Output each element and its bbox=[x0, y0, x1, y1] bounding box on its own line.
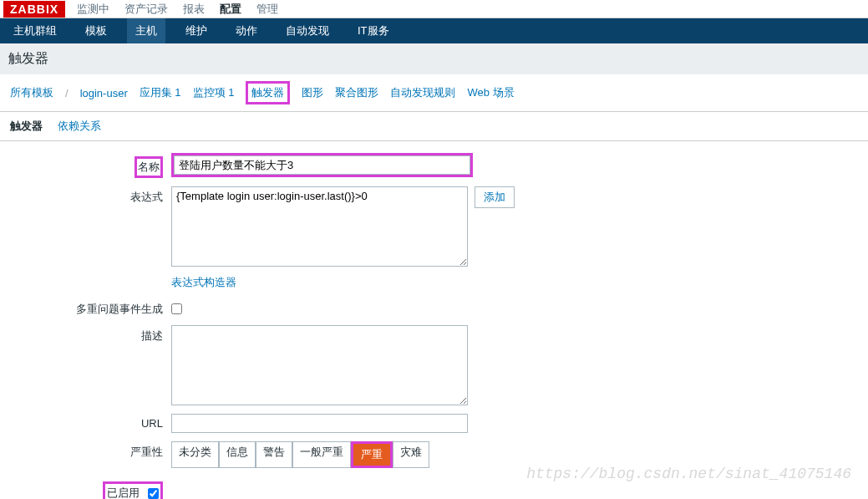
page-title: 触发器 bbox=[0, 43, 868, 74]
label-url: URL bbox=[0, 414, 171, 430]
breadcrumb: 所有模板 / login-user 应用集 1 监控项 1 触发器 图形 聚合图… bbox=[0, 74, 868, 111]
nav-actions[interactable]: 动作 bbox=[227, 18, 266, 43]
label-enabled: 已启用 bbox=[107, 486, 140, 499]
crumb-items[interactable]: 监控项 1 bbox=[193, 85, 235, 100]
label-name: 名称 bbox=[0, 153, 171, 178]
sev-disaster[interactable]: 灾难 bbox=[393, 441, 429, 468]
textarea-expression[interactable]: {Template login user:login-user.last()}>… bbox=[171, 186, 468, 267]
textarea-description[interactable] bbox=[171, 325, 468, 405]
crumb-appsets[interactable]: 应用集 1 bbox=[140, 85, 181, 100]
topmenu-config[interactable]: 配置 bbox=[220, 2, 241, 17]
checkbox-multi-event[interactable] bbox=[171, 303, 182, 314]
zabbix-logo: ZABBIX bbox=[3, 1, 65, 18]
nav-templates[interactable]: 模板 bbox=[77, 18, 115, 43]
checkbox-enabled[interactable] bbox=[148, 488, 159, 499]
sev-average[interactable]: 一般严重 bbox=[292, 441, 351, 468]
crumb-web[interactable]: Web 场景 bbox=[467, 85, 514, 100]
top-bar: ZABBIX 监测中 资产记录 报表 配置 管理 bbox=[0, 0, 868, 18]
sev-warning[interactable]: 警告 bbox=[256, 441, 292, 468]
nav-maintenance[interactable]: 维护 bbox=[177, 18, 216, 43]
topmenu-admin[interactable]: 管理 bbox=[256, 2, 278, 17]
trigger-form: 名称 表达式 {Template login user:login-user.l… bbox=[0, 141, 868, 499]
nav-hosts[interactable]: 主机 bbox=[127, 18, 165, 43]
topmenu-monitoring[interactable]: 监测中 bbox=[77, 2, 109, 17]
sub-tabs: 触发器 依赖关系 bbox=[0, 111, 868, 141]
input-url[interactable] bbox=[171, 414, 468, 433]
crumb-triggers[interactable]: 触发器 bbox=[251, 86, 284, 99]
crumb-agg-graphs[interactable]: 聚合图形 bbox=[335, 85, 378, 100]
crumb-login-user[interactable]: login-user bbox=[80, 87, 128, 99]
label-description: 描述 bbox=[0, 325, 171, 344]
btn-add-expression[interactable]: 添加 bbox=[475, 186, 515, 208]
sev-high[interactable]: 严重 bbox=[353, 444, 390, 466]
nav-itservices[interactable]: IT服务 bbox=[349, 18, 398, 43]
nav-discovery[interactable]: 自动发现 bbox=[277, 18, 338, 43]
crumb-discovery[interactable]: 自动发现规则 bbox=[390, 85, 455, 100]
label-expression: 表达式 bbox=[0, 186, 171, 205]
topmenu-inventory[interactable]: 资产记录 bbox=[124, 2, 168, 17]
subtab-trigger[interactable]: 触发器 bbox=[10, 119, 43, 134]
topmenu-reports[interactable]: 报表 bbox=[183, 2, 205, 17]
sev-info[interactable]: 信息 bbox=[219, 441, 256, 468]
crumb-all-templates[interactable]: 所有模板 bbox=[10, 85, 53, 100]
severity-group: 未分类 信息 警告 一般严重 严重 灾难 bbox=[171, 441, 429, 468]
nav-bar: 主机群组 模板 主机 维护 动作 自动发现 IT服务 bbox=[0, 18, 868, 43]
label-severity: 严重性 bbox=[0, 441, 171, 460]
crumb-sep: / bbox=[65, 87, 69, 99]
input-name[interactable] bbox=[174, 155, 470, 175]
sev-notclassified[interactable]: 未分类 bbox=[171, 441, 219, 468]
watermark: https://blog.csdn.net/sinat_41075146 bbox=[526, 466, 851, 482]
subtab-dependency[interactable]: 依赖关系 bbox=[58, 119, 101, 134]
crumb-graphs[interactable]: 图形 bbox=[302, 85, 323, 100]
link-expression-builder[interactable]: 表达式构造器 bbox=[171, 275, 236, 290]
nav-hostgroups[interactable]: 主机群组 bbox=[5, 18, 65, 43]
top-menu: 监测中 资产记录 报表 配置 管理 bbox=[77, 2, 278, 17]
label-multi-event: 多重问题事件生成 bbox=[0, 298, 171, 317]
